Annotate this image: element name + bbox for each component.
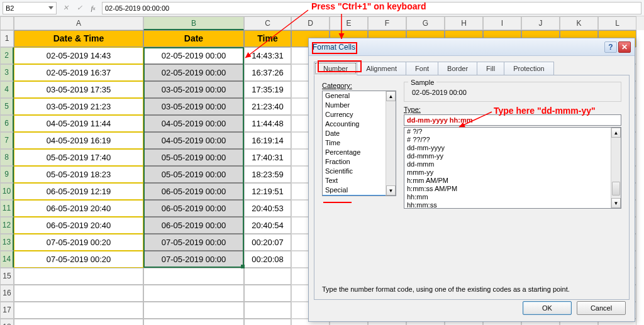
cell-datetime[interactable]: 06-05-2019 20:40 [14,200,143,217]
scroll-up-icon[interactable]: ▲ [386,91,396,101]
cell-time[interactable]: 12:19:51 [244,183,291,200]
tab-fill[interactable]: Fill [477,62,504,75]
name-box[interactable]: B2 [3,2,57,14]
row-header[interactable]: 11 [0,200,14,217]
type-item[interactable]: dd-mmm [404,160,621,168]
cell-date[interactable]: 04-05-2019 00:00 [143,132,244,149]
col-header-F[interactable]: F [368,16,406,30]
cell-time[interactable]: 17:40:31 [244,149,291,166]
type-item[interactable]: dd-mmm-yy [404,152,621,160]
tab-border[interactable]: Border [438,62,477,75]
cell-time[interactable]: 16:37:26 [244,64,291,81]
row-header[interactable]: 2 [0,47,14,64]
cell-datetime[interactable]: 05-05-2019 17:40 [14,149,143,166]
category-item[interactable]: Special [323,185,396,195]
row-header[interactable]: 17 [0,302,14,319]
type-item[interactable]: h:mm AM/PM [404,177,621,185]
col-header-I[interactable]: I [483,16,521,30]
category-item[interactable]: Date [323,129,396,138]
cell-time[interactable]: 20:40:54 [244,217,291,234]
scroll-down-icon[interactable]: ▼ [386,185,396,196]
cell-datetime[interactable]: 07-05-2019 00:20 [14,251,143,268]
row-header[interactable]: 4 [0,81,14,98]
cell-date[interactable]: 07-05-2019 00:00 [143,251,244,268]
col-header-J[interactable]: J [521,16,560,30]
scrollbar[interactable]: ▲ ▼ [386,91,396,196]
close-icon[interactable]: ✕ [618,41,631,53]
category-item[interactable]: Accounting [323,119,396,129]
row-header[interactable]: 16 [0,285,14,302]
row-header[interactable]: 9 [0,166,14,183]
fx-icon[interactable]: fx [88,3,98,13]
header-date[interactable]: Date [143,30,244,47]
col-header-H[interactable]: H [445,16,483,30]
col-header-E[interactable]: E [330,16,368,30]
col-header-D[interactable]: D [291,16,330,30]
cell-time[interactable]: 11:44:48 [244,115,291,132]
ok-button[interactable]: OK [523,301,572,315]
cell-time[interactable]: 21:23:40 [244,98,291,115]
select-all-corner[interactable] [0,16,14,30]
row-header[interactable]: 14 [0,251,14,268]
row-header[interactable]: 8 [0,149,14,166]
type-item[interactable]: # ??/?? [404,136,621,144]
row-header-1[interactable]: 1 [0,30,14,47]
scrollbar[interactable]: ▲ ▼ [611,128,621,208]
cell-date[interactable]: 04-05-2019 00:00 [143,115,244,132]
category-list[interactable]: GeneralNumberCurrencyAccountingDateTimeP… [322,91,396,196]
col-header-L[interactable]: L [598,16,636,30]
cancel-button[interactable]: Cancel [577,301,626,315]
cell-datetime[interactable]: 03-05-2019 17:35 [14,81,143,98]
dialog-titlebar[interactable]: Format Cells ? ✕ [309,38,635,56]
cell-date[interactable]: 06-05-2019 00:00 [143,217,244,234]
cell-date[interactable]: 06-05-2019 00:00 [143,183,244,200]
header-time[interactable]: Time [244,30,291,47]
row-header[interactable]: 15 [0,268,14,285]
help-icon[interactable]: ? [604,41,617,53]
category-item[interactable]: Currency [323,110,396,119]
cell-datetime[interactable]: 02-05-2019 14:43 [14,47,143,64]
scroll-down-icon[interactable]: ▼ [611,198,621,208]
check-icon[interactable]: ✓ [74,3,84,13]
tab-alignment[interactable]: Alignment [357,62,406,75]
cell-date[interactable]: 03-05-2019 00:00 [143,98,244,115]
row-header[interactable]: 7 [0,132,14,149]
row-header[interactable]: 6 [0,115,14,132]
cell-date[interactable]: 05-05-2019 00:00 [143,166,244,183]
cell-date[interactable]: 02-05-2019 00:00 [143,64,244,81]
cell-time[interactable]: 14:43:31 [244,47,291,64]
tab-font[interactable]: Font [406,62,438,75]
tab-protection[interactable]: Protection [504,62,554,75]
cell-time[interactable]: 17:35:19 [244,81,291,98]
cell-date[interactable]: 02-05-2019 00:00 [143,47,244,64]
col-header-K[interactable]: K [560,16,598,30]
category-item[interactable]: General [323,91,396,101]
cell-date[interactable]: 06-05-2019 00:00 [143,200,244,217]
type-item[interactable]: h:mm:ss AM/PM [404,185,621,193]
col-header-C[interactable]: C [244,16,291,30]
category-item[interactable]: Fraction [323,157,396,167]
row-header[interactable]: 12 [0,217,14,234]
category-item[interactable]: Text [323,176,396,185]
col-header-G[interactable]: G [406,16,445,30]
cell-time[interactable]: 18:23:59 [244,166,291,183]
cell-datetime[interactable]: 06-05-2019 20:40 [14,217,143,234]
tab-number[interactable]: Number [314,62,357,75]
cell-datetime[interactable]: 07-05-2019 00:20 [14,234,143,251]
chevron-down-icon[interactable] [48,6,53,9]
cell-datetime[interactable]: 04-05-2019 11:44 [14,115,143,132]
cell-datetime[interactable]: 03-05-2019 21:23 [14,98,143,115]
cell-time[interactable]: 20:40:53 [244,200,291,217]
row-header[interactable]: 13 [0,234,14,251]
header-datetime[interactable]: Date & Time [14,30,143,47]
cell-date[interactable]: 07-05-2019 00:00 [143,234,244,251]
category-item[interactable]: Time [323,138,396,148]
category-item[interactable]: Number [323,101,396,110]
cell-date[interactable]: 03-05-2019 00:00 [143,81,244,98]
category-item[interactable]: Custom [323,195,396,196]
row-header[interactable]: 18 [0,319,14,325]
type-item[interactable]: hh:mm:ss [404,201,621,209]
row-header[interactable]: 5 [0,98,14,115]
cell-time[interactable]: 16:19:14 [244,132,291,149]
scroll-thumb[interactable] [612,182,620,196]
